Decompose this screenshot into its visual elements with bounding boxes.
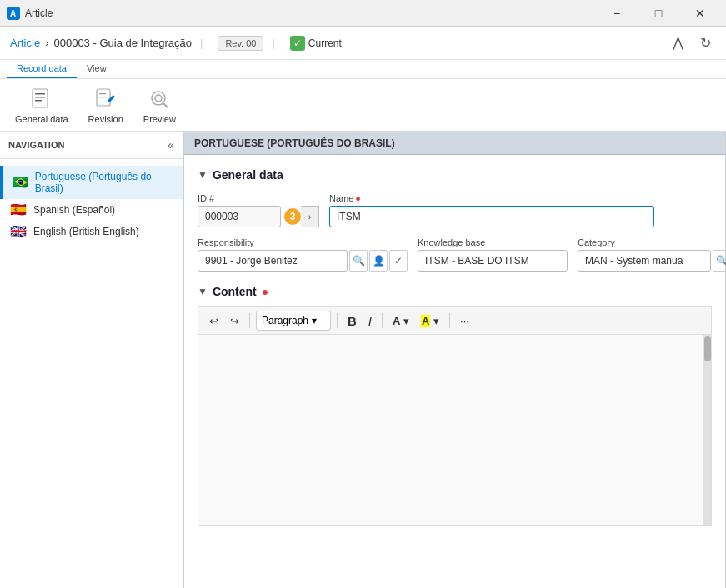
status-label: Current — [308, 37, 342, 49]
category-search-button[interactable]: 🔍 — [713, 250, 726, 272]
toolbar-general-data[interactable]: General data — [7, 82, 77, 127]
rte-font-color-chevron: ▾ — [403, 315, 409, 327]
toolbar-items: General data Revision — [0, 79, 726, 131]
window-controls: − □ ✕ — [598, 0, 719, 27]
section-collapse-arrow[interactable]: ▼ — [198, 169, 208, 181]
breadcrumb-root[interactable]: Article — [10, 37, 40, 49]
svg-rect-9 — [99, 97, 106, 97]
rte-content-area[interactable] — [198, 334, 712, 526]
responsibility-clear-button[interactable]: ✓ — [389, 250, 408, 272]
responsibility-field-group: 🔍 👤 ✓ — [198, 250, 408, 272]
svg-line-12 — [163, 103, 168, 107]
title-bar: A Article − □ ✕ — [0, 0, 726, 27]
content-body: ▼ General data ID # 3 › — [184, 155, 725, 539]
resp-kb-cat-row: Responsibility 🔍 👤 ✓ Knowledge base — [198, 237, 712, 272]
rte-scrollbar-thumb[interactable] — [704, 336, 711, 361]
toolbar-general-data-label: General data — [15, 114, 68, 124]
sidebar-item-spanish[interactable]: 🇪🇸 Spanish (Español) — [0, 199, 183, 221]
rte-paragraph-chevron: ▾ — [312, 315, 317, 326]
rte-divider-3 — [382, 313, 383, 328]
breadcrumb-divider2: | — [272, 37, 274, 49]
content-section-arrow[interactable]: ▼ — [198, 286, 208, 297]
category-label: Category — [578, 237, 726, 247]
toolbar-preview[interactable]: Preview — [135, 82, 184, 127]
window-title: Article — [25, 7, 598, 19]
tab-view[interactable]: View — [77, 60, 117, 78]
close-button[interactable]: ✕ — [681, 0, 719, 27]
toolbar-revision[interactable]: Revision — [80, 82, 132, 127]
content-section-title: ▼ Content ● — [198, 285, 712, 298]
minimize-button[interactable]: − — [598, 0, 636, 27]
rte-undo-button[interactable]: ↩ — [205, 312, 223, 330]
svg-rect-3 — [35, 93, 45, 95]
id-group: ID # 3 › — [198, 193, 319, 227]
svg-rect-2 — [33, 89, 48, 107]
collapse-button[interactable]: ⋀ — [668, 32, 688, 54]
responsibility-add-button[interactable]: 👤 — [369, 250, 388, 272]
responsibility-label: Responsibility — [198, 237, 408, 247]
sidebar-header: NAVIGATION « — [0, 132, 183, 159]
name-input[interactable] — [329, 206, 654, 227]
content-panel: PORTUGUESE (PORTUGUÊS DO BRASIL) ▼ Gener… — [183, 132, 726, 588]
responsibility-search-button[interactable]: 🔍 — [349, 250, 368, 272]
tab-record-data[interactable]: Record data — [7, 60, 77, 78]
rte-redo-button[interactable]: ↪ — [226, 312, 243, 330]
knowledge-base-label: Knowledge base — [418, 237, 568, 247]
refresh-button[interactable]: ↻ — [695, 32, 716, 54]
knowledge-base-input[interactable] — [418, 250, 568, 272]
svg-rect-4 — [35, 97, 45, 98]
toolbar: Record data View General data — [0, 60, 726, 132]
id-navigate-button[interactable]: › — [301, 206, 319, 227]
maximize-button[interactable]: □ — [639, 0, 678, 27]
general-data-title: General data — [213, 168, 283, 182]
toolbar-preview-label: Preview — [143, 114, 176, 124]
category-group: Category 🔍 + ✓ — [578, 237, 726, 272]
rte-highlight-chevron: ▾ — [433, 315, 439, 327]
sidebar-items: 🇧🇷 Portuguese (Português do Brasil) 🇪🇸 S… — [0, 159, 183, 249]
rte-scrollbar[interactable] — [703, 335, 711, 525]
breadcrumb: Article › 000003 - Guia de Integração | … — [10, 36, 668, 51]
rte-bold-button[interactable]: B — [343, 311, 361, 331]
sidebar-item-english[interactable]: 🇬🇧 English (British English) — [0, 221, 183, 242]
rte-toolbar: ↩ ↪ Paragraph ▾ B I A ▾ — [198, 306, 712, 334]
content-panel-header: PORTUGUESE (PORTUGUÊS DO BRASIL) — [184, 132, 725, 155]
rte-paragraph-select[interactable]: Paragraph ▾ — [256, 311, 331, 331]
general-data-icon — [28, 86, 55, 112]
svg-rect-5 — [35, 100, 42, 102]
content-required-star: ● — [262, 285, 268, 298]
rte-highlight-button[interactable]: A ▾ — [417, 312, 443, 330]
rte-divider-4 — [449, 313, 450, 328]
id-label: ID # — [198, 193, 319, 203]
status-badge: ✓ Current — [290, 36, 342, 51]
id-input[interactable] — [198, 206, 281, 227]
sidebar-title: NAVIGATION — [8, 140, 64, 150]
content-section: ▼ Content ● ↩ ↪ Paragraph ▾ — [198, 285, 712, 526]
svg-rect-8 — [99, 93, 106, 94]
rte-italic-button[interactable]: I — [364, 311, 376, 331]
flag-english: 🇬🇧 — [10, 226, 27, 237]
sidebar-collapse-button[interactable]: « — [168, 138, 174, 152]
rte-more-button[interactable]: ··· — [456, 312, 473, 330]
app-icon: A — [7, 7, 20, 20]
sidebar-item-portuguese[interactable]: 🇧🇷 Portuguese (Português do Brasil) — [0, 166, 183, 199]
id-row: 3 › — [198, 206, 319, 227]
status-check-icon: ✓ — [290, 36, 305, 51]
responsibility-input[interactable] — [198, 250, 348, 272]
svg-point-11 — [155, 95, 162, 102]
header-actions: ⋀ ↻ — [668, 32, 716, 54]
rte-font-color-button[interactable]: A ▾ — [388, 312, 413, 330]
header: Article › 000003 - Guia de Integração | … — [0, 27, 726, 60]
sidebar-item-portuguese-label: Portuguese (Português do Brasil) — [35, 171, 173, 194]
name-label: Name ● — [329, 193, 654, 203]
name-group: Name ● — [329, 193, 654, 227]
content-title: Content — [213, 285, 257, 298]
step-badge: 3 — [284, 208, 301, 225]
rte-paragraph-label: Paragraph — [262, 315, 308, 326]
svg-point-10 — [152, 92, 165, 105]
sidebar-item-english-label: English (British English) — [33, 226, 139, 237]
revision-icon — [93, 86, 119, 112]
rte-divider-2 — [337, 313, 338, 328]
flag-spanish: 🇪🇸 — [10, 204, 27, 216]
flag-portuguese: 🇧🇷 — [13, 177, 28, 188]
category-input[interactable] — [578, 250, 711, 272]
